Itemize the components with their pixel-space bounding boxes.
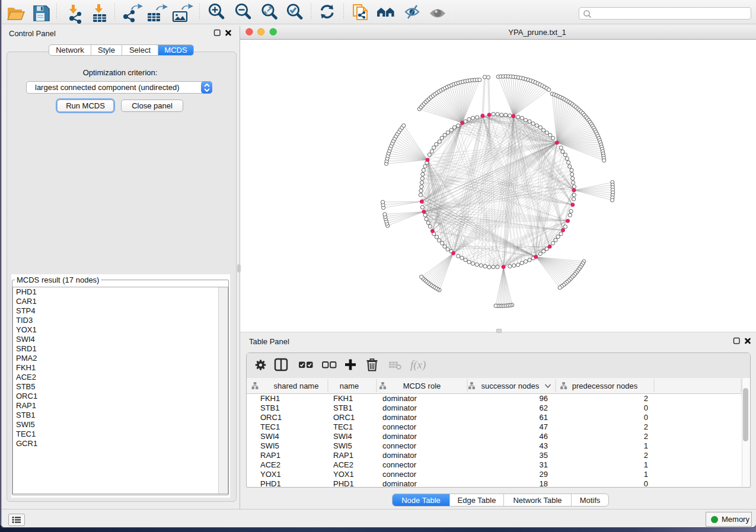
svg-text:f(x): f(x) [410, 358, 426, 371]
